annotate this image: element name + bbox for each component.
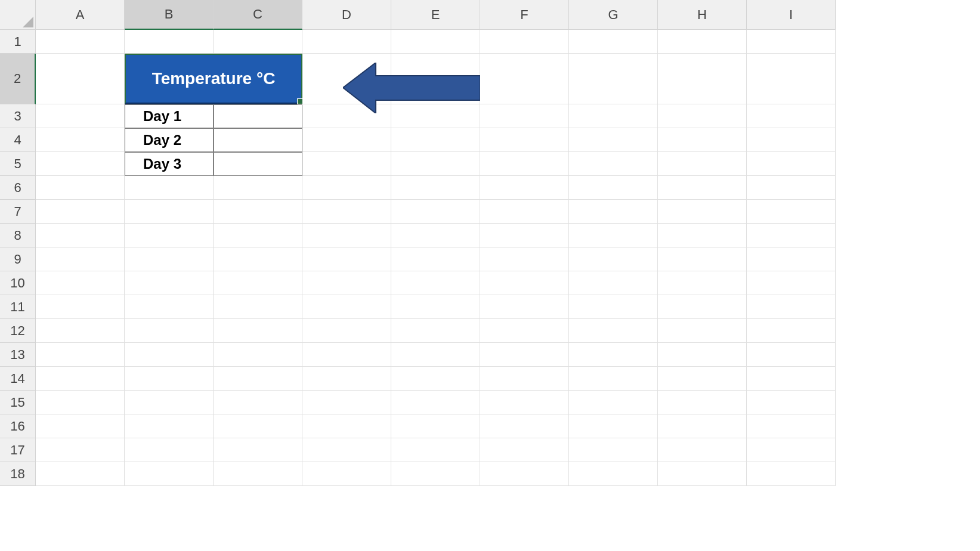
row-header-16[interactable]: 16 (0, 414, 36, 438)
cell-i2[interactable] (747, 54, 836, 104)
cell-i16[interactable] (747, 414, 836, 438)
cell-b15[interactable] (125, 391, 214, 414)
col-header-e[interactable]: E (391, 0, 480, 30)
cell-i3[interactable] (747, 104, 836, 128)
cell-d4[interactable] (302, 128, 391, 152)
row-header-8[interactable]: 8 (0, 224, 36, 247)
col-header-d[interactable]: D (302, 0, 391, 30)
cell-g5[interactable] (569, 152, 658, 176)
row-header-2[interactable]: 2 (0, 54, 36, 104)
cell-d3[interactable] (302, 104, 391, 128)
cell-d16[interactable] (302, 414, 391, 438)
cell-d12[interactable] (302, 319, 391, 343)
cell-f4[interactable] (480, 128, 569, 152)
cell-h11[interactable] (658, 295, 747, 319)
cell-d11[interactable] (302, 295, 391, 319)
cell-h18[interactable] (658, 462, 747, 486)
cell-h13[interactable] (658, 343, 747, 367)
cell-b16[interactable] (125, 414, 214, 438)
cell-g7[interactable] (569, 200, 658, 224)
cell-i18[interactable] (747, 462, 836, 486)
cell-i14[interactable] (747, 367, 836, 391)
cell-h17[interactable] (658, 438, 747, 462)
cell-f2[interactable] (480, 54, 569, 104)
cell-f5[interactable] (480, 152, 569, 176)
cell-h7[interactable] (658, 200, 747, 224)
row-header-13[interactable]: 13 (0, 343, 36, 367)
cell-i15[interactable] (747, 391, 836, 414)
cell-a18[interactable] (36, 462, 125, 486)
col-header-h[interactable]: H (658, 0, 747, 30)
cell-h16[interactable] (658, 414, 747, 438)
cell-a11[interactable] (36, 295, 125, 319)
cell-h4[interactable] (658, 128, 747, 152)
cell-e7[interactable] (391, 200, 480, 224)
cell-b3[interactable]: Day 1 (125, 104, 214, 128)
cell-g18[interactable] (569, 462, 658, 486)
cell-g6[interactable] (569, 176, 658, 200)
cell-h3[interactable] (658, 104, 747, 128)
cell-h14[interactable] (658, 367, 747, 391)
cell-f9[interactable] (480, 247, 569, 271)
col-header-b[interactable]: B (125, 0, 214, 30)
cell-i1[interactable] (747, 30, 836, 54)
cell-g1[interactable] (569, 30, 658, 54)
cell-e5[interactable] (391, 152, 480, 176)
cell-f8[interactable] (480, 224, 569, 247)
cell-a8[interactable] (36, 224, 125, 247)
cell-a10[interactable] (36, 271, 125, 295)
cell-d2[interactable] (302, 54, 391, 104)
cell-c3[interactable] (214, 104, 302, 128)
cell-f1[interactable] (480, 30, 569, 54)
col-header-g[interactable]: G (569, 0, 658, 30)
cell-e14[interactable] (391, 367, 480, 391)
cell-a4[interactable] (36, 128, 125, 152)
cell-g10[interactable] (569, 271, 658, 295)
cell-i11[interactable] (747, 295, 836, 319)
cell-b18[interactable] (125, 462, 214, 486)
cell-f7[interactable] (480, 200, 569, 224)
cell-f16[interactable] (480, 414, 569, 438)
cell-c17[interactable] (214, 438, 302, 462)
cell-g11[interactable] (569, 295, 658, 319)
cell-h2[interactable] (658, 54, 747, 104)
cell-c12[interactable] (214, 319, 302, 343)
cell-h9[interactable] (658, 247, 747, 271)
cell-a12[interactable] (36, 319, 125, 343)
row-header-14[interactable]: 14 (0, 367, 36, 391)
cell-a3[interactable] (36, 104, 125, 128)
row-header-11[interactable]: 11 (0, 295, 36, 319)
cell-b6[interactable] (125, 176, 214, 200)
cell-a17[interactable] (36, 438, 125, 462)
row-header-7[interactable]: 7 (0, 200, 36, 224)
cell-d7[interactable] (302, 200, 391, 224)
cell-g2[interactable] (569, 54, 658, 104)
col-header-a[interactable]: A (36, 0, 125, 30)
cell-e8[interactable] (391, 224, 480, 247)
cell-f12[interactable] (480, 319, 569, 343)
cell-e4[interactable] (391, 128, 480, 152)
cell-b8[interactable] (125, 224, 214, 247)
row-header-15[interactable]: 15 (0, 391, 36, 414)
cell-e6[interactable] (391, 176, 480, 200)
cell-d18[interactable] (302, 462, 391, 486)
cell-e12[interactable] (391, 319, 480, 343)
cell-i8[interactable] (747, 224, 836, 247)
cell-i9[interactable] (747, 247, 836, 271)
cell-f15[interactable] (480, 391, 569, 414)
cell-a14[interactable] (36, 367, 125, 391)
cell-i13[interactable] (747, 343, 836, 367)
cell-h8[interactable] (658, 224, 747, 247)
cell-h12[interactable] (658, 319, 747, 343)
col-header-f[interactable]: F (480, 0, 569, 30)
cell-f10[interactable] (480, 271, 569, 295)
row-header-10[interactable]: 10 (0, 271, 36, 295)
cell-c18[interactable] (214, 462, 302, 486)
cell-b7[interactable] (125, 200, 214, 224)
cell-e18[interactable] (391, 462, 480, 486)
cell-e15[interactable] (391, 391, 480, 414)
cell-d9[interactable] (302, 247, 391, 271)
cell-a15[interactable] (36, 391, 125, 414)
cell-h1[interactable] (658, 30, 747, 54)
cell-b5[interactable]: Day 3 (125, 152, 214, 176)
